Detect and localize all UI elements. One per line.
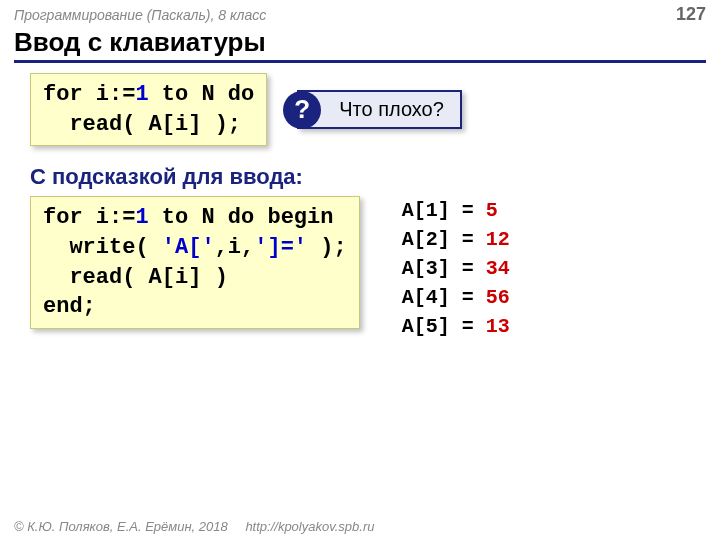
code-text: read( A[i] );	[43, 112, 241, 137]
output-value: 56	[486, 286, 510, 309]
code-text: end;	[43, 294, 96, 319]
output-value: 34	[486, 257, 510, 280]
output-label: A[2] =	[402, 228, 486, 251]
code-text: for i:=	[43, 205, 135, 230]
slide-header: Программирование (Паскаль), 8 класс 127	[0, 0, 720, 25]
code-string: 'A['	[162, 235, 215, 260]
output-line: A[3] = 34	[402, 254, 510, 283]
output-line: A[2] = 12	[402, 225, 510, 254]
code-string: ']='	[254, 235, 307, 260]
output-value: 12	[486, 228, 510, 251]
slide-title: Ввод с клавиатуры	[14, 27, 706, 63]
code-text: ,i,	[215, 235, 255, 260]
code-number: 1	[135, 82, 148, 107]
output-value: 13	[486, 315, 510, 338]
question-text: Что плохо?	[339, 98, 444, 120]
code-text: to N do begin	[149, 205, 334, 230]
code-number: 1	[135, 205, 148, 230]
question-mark-icon: ?	[283, 91, 321, 129]
row-first: for i:=1 to N do read( A[i] ); ? Что пло…	[30, 73, 690, 146]
output-line: A[4] = 56	[402, 283, 510, 312]
code-text: for i:=	[43, 82, 135, 107]
page-number: 127	[676, 4, 706, 25]
output-line: A[5] = 13	[402, 312, 510, 341]
code-block-2: for i:=1 to N do begin write( 'A[',i,']=…	[30, 196, 360, 329]
subheading: С подсказкой для ввода:	[30, 164, 690, 190]
course-label: Программирование (Паскаль), 8 класс	[14, 7, 266, 23]
output-label: A[5] =	[402, 315, 486, 338]
slide-footer: © К.Ю. Поляков, Е.А. Ерёмин, 2018 http:/…	[14, 519, 374, 534]
content-area: for i:=1 to N do read( A[i] ); ? Что пло…	[0, 73, 720, 341]
output-label: A[1] =	[402, 199, 486, 222]
code-text: write(	[43, 235, 162, 260]
output-label: A[3] =	[402, 257, 486, 280]
code-text: );	[307, 235, 347, 260]
footer-url: http://kpolyakov.spb.ru	[245, 519, 374, 534]
code-text: read( A[i] )	[43, 265, 228, 290]
output-label: A[4] =	[402, 286, 486, 309]
question-callout: ? Что плохо?	[297, 90, 462, 129]
sample-output: A[1] = 5 A[2] = 12 A[3] = 34 A[4] = 56 A…	[402, 196, 510, 341]
code-block-1: for i:=1 to N do read( A[i] );	[30, 73, 267, 146]
code-text: to N do	[149, 82, 255, 107]
row-second: for i:=1 to N do begin write( 'A[',i,']=…	[30, 196, 690, 341]
copyright: © К.Ю. Поляков, Е.А. Ерёмин, 2018	[14, 519, 228, 534]
output-line: A[1] = 5	[402, 196, 510, 225]
output-value: 5	[486, 199, 498, 222]
